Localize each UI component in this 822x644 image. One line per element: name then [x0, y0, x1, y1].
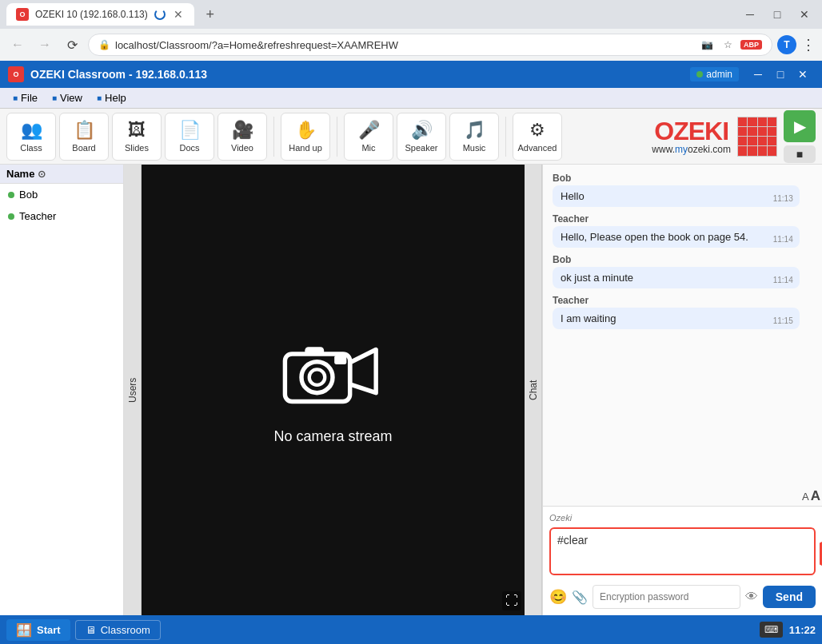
chat-bubble-bob-2: ok just a minute 11:14: [553, 267, 800, 288]
msg-group-bob-2: Bob ok just a minute 11:14: [553, 254, 812, 288]
chat-input-area: Ozeki #clear: [543, 506, 822, 615]
classroom-label: Classroom: [101, 624, 150, 636]
board-button[interactable]: 📋 Board: [59, 113, 109, 161]
chat-sender-label: Ozeki: [549, 513, 572, 523]
fullscreen-button[interactable]: ⛶: [502, 591, 521, 610]
abp-badge: ABP: [740, 40, 762, 50]
mic-icon: 🎤: [358, 120, 380, 141]
address-text: localhost/Classroom/?a=Home&refreshreque…: [115, 39, 694, 51]
board-icon: 📋: [74, 120, 95, 141]
start-label: Start: [37, 624, 61, 636]
star-icon[interactable]: ☆: [720, 36, 737, 54]
new-tab-button[interactable]: +: [199, 3, 221, 26]
status-clock: ⌨ 11:22: [760, 622, 816, 638]
address-box[interactable]: 🔒 localhost/Classroom/?a=Home&refreshreq…: [88, 34, 772, 56]
chat-side-tab[interactable]: Chat: [525, 165, 542, 615]
music-button[interactable]: 🎵 Music: [449, 113, 499, 161]
app-close-button[interactable]: ✕: [792, 66, 814, 83]
chat-messages: Bob Hello 11:13 Teacher Hello, Please op…: [543, 165, 822, 488]
start-button[interactable]: 🪟 Start: [6, 619, 70, 641]
menu-view[interactable]: ■ View: [46, 90, 89, 105]
chat-tab-label: Chat: [528, 380, 539, 400]
ozeki-grid: [737, 117, 777, 157]
tab-loading-icon: [154, 9, 166, 20]
toolbar-separator-3: [505, 117, 506, 157]
app-restore-button[interactable]: □: [769, 66, 792, 83]
profile-circle[interactable]: T: [777, 35, 796, 54]
toolbar-separator-1: [273, 117, 274, 157]
app-minimize-button[interactable]: ─: [747, 66, 769, 83]
browser-close-button[interactable]: ✕: [793, 3, 816, 26]
chat-bubble-teacher-1: Hello, Please open the book on page 54. …: [553, 226, 800, 248]
font-small-button[interactable]: A: [802, 491, 809, 503]
chat-type-area-wrapper: #clear: [549, 527, 816, 580]
chat-bottom-row: 😊 📎 👁 Send: [549, 585, 816, 609]
speaker-button[interactable]: 🔊 Speaker: [397, 113, 446, 161]
sidebar-item-bob[interactable]: Bob: [0, 184, 123, 205]
font-size-controls: A A: [543, 488, 820, 504]
video-button[interactable]: 🎥 Video: [217, 113, 267, 161]
statusbar: 🪟 Start 🖥 Classroom ⌨ 11:22: [0, 615, 822, 644]
tab-favicon: O: [16, 8, 29, 21]
tab-title: OZEKI 10 (192.168.0.113): [35, 9, 148, 20]
keyboard-icon: ⌨: [760, 622, 783, 638]
browser-minimize-button[interactable]: ─: [739, 3, 761, 26]
reload-button[interactable]: ⟳: [61, 34, 83, 56]
sidebar-item-teacher[interactable]: Teacher: [0, 205, 123, 227]
browser-restore-button[interactable]: □: [766, 3, 788, 26]
video-panel: No camera stream ⛶ Users Chat: [124, 165, 542, 615]
classroom-button[interactable]: 🖥 Classroom: [75, 620, 161, 640]
sidebar: Name ⊙ Bob Teacher: [0, 165, 124, 615]
app-window: O OZEKI Classroom - 192.168.0.113 admin …: [0, 61, 822, 644]
handup-icon: ✋: [295, 120, 317, 141]
msg-time-bob-1: 11:13: [773, 194, 793, 203]
send-button[interactable]: Send: [763, 586, 816, 608]
advanced-button[interactable]: ⚙ Advanced: [513, 113, 562, 161]
chat-bubble-bob-1: Hello 11:13: [553, 185, 800, 207]
menu-help[interactable]: ■ Help: [90, 90, 133, 105]
chat-input[interactable]: #clear: [549, 527, 816, 575]
admin-label: admin: [706, 69, 732, 80]
speaker-icon: 🔊: [411, 120, 433, 141]
attach-button[interactable]: 📎: [572, 590, 588, 605]
class-label: Class: [20, 143, 42, 153]
admin-badge: admin: [690, 67, 739, 81]
menubar: ■ File ■ View ■ Help: [0, 88, 822, 109]
play-button[interactable]: ▶: [784, 110, 816, 142]
menu-file[interactable]: ■ File: [6, 90, 44, 105]
svg-rect-4: [335, 356, 347, 364]
emoji-button[interactable]: 😊: [549, 588, 567, 606]
sort-icon[interactable]: ⊙: [38, 169, 46, 180]
msg-text-bob-2: ok just a minute: [561, 272, 633, 284]
tab-close-icon[interactable]: ✕: [172, 8, 185, 21]
back-button[interactable]: ←: [6, 34, 29, 56]
mic-button[interactable]: 🎤 Mic: [344, 113, 393, 161]
msg-sender-teacher-1: Teacher: [553, 213, 812, 225]
users-side-tab[interactable]: Users: [124, 165, 142, 615]
teacher-online-dot: [8, 213, 14, 220]
more-menu-button[interactable]: ⋮: [801, 36, 816, 54]
docs-icon: 📄: [179, 120, 201, 141]
main-area: Name ⊙ Bob Teacher: [0, 165, 822, 615]
camera-icon: [281, 336, 385, 419]
msg-sender-bob-2: Bob: [553, 254, 812, 265]
class-button[interactable]: 👥 Class: [6, 113, 56, 161]
font-large-button[interactable]: A: [811, 488, 820, 504]
msg-text-bob-1: Hello: [561, 190, 585, 202]
sidebar-header: Name ⊙: [0, 165, 123, 184]
bob-name: Bob: [19, 189, 38, 201]
eye-button[interactable]: 👁: [745, 590, 758, 604]
ozeki-logo-area: OZEKI www.myozeki.com ▶ ■: [652, 110, 816, 163]
stop-button[interactable]: ■: [784, 145, 816, 163]
docs-label: Docs: [179, 143, 199, 153]
msg-group-teacher-1: Teacher Hello, Please open the book on p…: [553, 213, 812, 248]
slides-button[interactable]: 🖼 Slides: [112, 113, 162, 161]
forward-button[interactable]: →: [34, 34, 56, 56]
address-icons: 📷 ☆ ABP: [699, 36, 762, 54]
users-tab-label: Users: [127, 377, 138, 402]
password-input[interactable]: [593, 585, 740, 609]
handup-button[interactable]: ✋ Hand up: [281, 113, 330, 161]
classroom-icon: 🖥: [86, 624, 96, 636]
browser-tab[interactable]: O OZEKI 10 (192.168.0.113) ✕: [6, 3, 194, 26]
docs-button[interactable]: 📄 Docs: [165, 113, 214, 161]
